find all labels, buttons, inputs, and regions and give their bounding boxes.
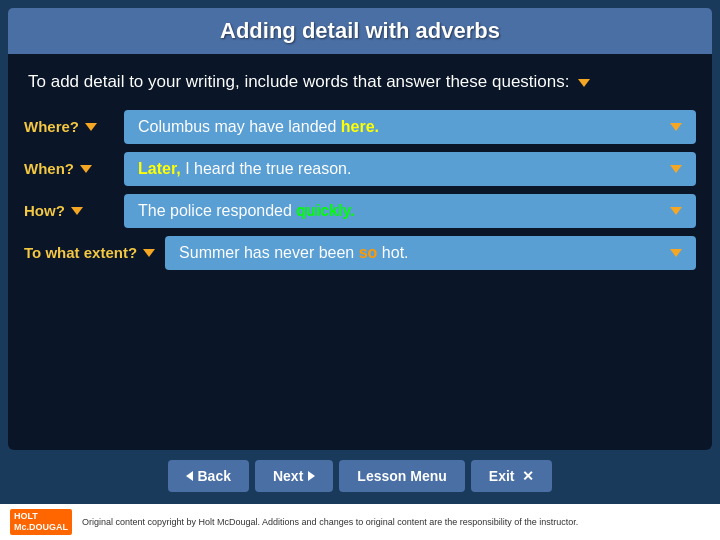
answer-how[interactable]: The police responded quickly.: [124, 194, 696, 228]
question-extent: To what extent?: [24, 244, 155, 261]
footer-copyright: Original content copyright by Holt McDou…: [82, 517, 710, 527]
holt-logo: HOLT Mc.DOUGAL: [10, 509, 72, 535]
answer-where-text: Columbus may have landed here.: [138, 118, 660, 136]
table-row: When? Later, I heard the true reason.: [24, 152, 696, 186]
table-row: Where? Columbus may have landed here.: [24, 110, 696, 144]
back-arrow-icon: [186, 471, 193, 481]
exit-button[interactable]: Exit ✕: [471, 460, 553, 492]
where-arrow[interactable]: [85, 123, 97, 131]
answer-when-text: Later, I heard the true reason.: [138, 160, 660, 178]
question-where: Where?: [24, 118, 114, 135]
table-row: How? The police responded quickly.: [24, 194, 696, 228]
main-panel: Adding detail with adverbs To add detail…: [8, 8, 712, 450]
nav-bar: Back Next Lesson Menu Exit ✕: [0, 450, 720, 500]
answer-where-arrow[interactable]: [670, 123, 682, 131]
answer-when[interactable]: Later, I heard the true reason.: [124, 152, 696, 186]
table-row: To what extent? Summer has never been so…: [24, 236, 696, 270]
next-button[interactable]: Next: [255, 460, 333, 492]
answer-when-arrow[interactable]: [670, 165, 682, 173]
back-button[interactable]: Back: [168, 460, 249, 492]
lesson-menu-button[interactable]: Lesson Menu: [339, 460, 464, 492]
qa-rows: Where? Columbus may have landed here. Wh…: [8, 110, 712, 270]
extent-arrow[interactable]: [143, 249, 155, 257]
question-when: When?: [24, 160, 114, 177]
answer-how-arrow[interactable]: [670, 207, 682, 215]
when-arrow[interactable]: [80, 165, 92, 173]
title-bar: Adding detail with adverbs: [8, 8, 712, 54]
answer-extent-text: Summer has never been so hot.: [179, 244, 660, 262]
intro-text: To add detail to your writing, include w…: [8, 70, 712, 110]
footer: HOLT Mc.DOUGAL Original content copyrigh…: [0, 504, 720, 540]
answer-extent[interactable]: Summer has never been so hot.: [165, 236, 696, 270]
answer-extent-arrow[interactable]: [670, 249, 682, 257]
how-arrow[interactable]: [71, 207, 83, 215]
intro-dropdown-arrow[interactable]: [578, 79, 590, 87]
answer-how-text: The police responded quickly.: [138, 202, 660, 220]
page-title: Adding detail with adverbs: [28, 18, 692, 44]
answer-where[interactable]: Columbus may have landed here.: [124, 110, 696, 144]
question-how: How?: [24, 202, 114, 219]
next-arrow-icon: [308, 471, 315, 481]
logo-box: HOLT Mc.DOUGAL: [10, 509, 72, 535]
